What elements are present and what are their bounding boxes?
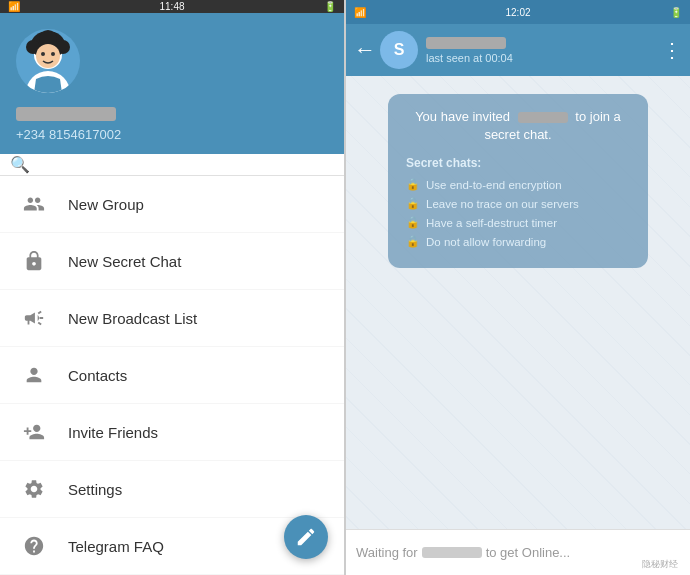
left-carrier: 📶 xyxy=(8,1,20,12)
watermark: 隐秘财经 xyxy=(642,558,678,571)
secret-feature-2: 🔒 Leave no trace on our servers xyxy=(406,197,630,210)
left-time: 11:48 xyxy=(159,1,184,12)
feature-lock-icon-1: 🔒 xyxy=(406,178,420,191)
more-button[interactable]: ⋮ xyxy=(662,38,682,62)
status-bar-left: 📶 11:48 🔋 xyxy=(0,0,344,13)
svg-point-8 xyxy=(51,52,55,56)
search-icon: 🔍 xyxy=(10,155,30,174)
menu-item-contacts[interactable]: Contacts xyxy=(0,347,344,404)
settings-label: Settings xyxy=(68,481,122,498)
contacts-label: Contacts xyxy=(68,367,127,384)
faq-label: Telegram FAQ xyxy=(68,538,164,555)
chat-header-name-blur xyxy=(426,37,506,49)
profile-phone: +234 8154617002 xyxy=(16,127,328,142)
chat-header: ← S last seen at 00:04 ⋮ xyxy=(346,24,690,76)
contact-name-blur xyxy=(422,547,482,558)
back-button[interactable]: ← xyxy=(354,37,376,63)
broadcast-icon xyxy=(20,304,48,332)
chat-header-avatar: S xyxy=(380,31,418,69)
right-battery: 🔋 xyxy=(670,7,682,18)
new-broadcast-label: New Broadcast List xyxy=(68,310,197,327)
menu-list: New Group New Secret Chat New Broadcast … xyxy=(0,176,344,575)
menu-item-new-group[interactable]: New Group xyxy=(0,176,344,233)
menu-item-new-broadcast[interactable]: New Broadcast List xyxy=(0,290,344,347)
status-bar-right: 📶 12:02 🔋 xyxy=(346,0,690,24)
profile-avatar-area xyxy=(16,29,328,93)
secret-invited-text: You have invited to join a secret chat. xyxy=(406,108,630,144)
secret-chat-info-bubble: You have invited to join a secret chat. … xyxy=(388,94,648,268)
left-panel: 📶 11:48 🔋 xyxy=(0,0,344,575)
invite-friends-label: Invite Friends xyxy=(68,424,158,441)
messages-area[interactable]: You have invited to join a secret chat. … xyxy=(346,76,690,529)
right-panel: 📶 12:02 🔋 ← S last seen at 00:04 ⋮ You h… xyxy=(346,0,690,575)
input-waiting-text: Waiting for to get Online... xyxy=(356,545,680,560)
settings-icon xyxy=(20,475,48,503)
secret-feature-4: 🔒 Do not allow forwarding xyxy=(406,235,630,248)
invited-name-blur xyxy=(518,112,568,123)
chat-header-info: last seen at 00:04 xyxy=(426,37,662,64)
new-group-label: New Group xyxy=(68,196,144,213)
waiting-prefix: Waiting for xyxy=(356,545,418,560)
fab-compose[interactable] xyxy=(284,515,328,559)
menu-item-new-secret-chat[interactable]: New Secret Chat xyxy=(0,233,344,290)
profile-name-blur xyxy=(16,107,116,121)
new-secret-chat-label: New Secret Chat xyxy=(68,253,181,270)
secret-subheading: Secret chats: xyxy=(406,156,630,170)
search-bar[interactable]: 🔍 xyxy=(0,154,344,176)
invite-icon xyxy=(20,418,48,446)
svg-point-6 xyxy=(36,44,60,68)
help-icon xyxy=(20,532,48,560)
secret-feature-1: 🔒 Use end-to-end encryption xyxy=(406,178,630,191)
feature-lock-icon-3: 🔒 xyxy=(406,216,420,229)
menu-item-settings[interactable]: Settings xyxy=(0,461,344,518)
group-icon xyxy=(20,190,48,218)
chat-header-status: last seen at 00:04 xyxy=(426,52,662,64)
feature-lock-icon-2: 🔒 xyxy=(406,197,420,210)
menu-item-invite-friends[interactable]: Invite Friends xyxy=(0,404,344,461)
svg-point-7 xyxy=(41,52,45,56)
lock-icon xyxy=(20,247,48,275)
left-battery: 🔋 xyxy=(324,1,336,12)
chat-input-area: Waiting for to get Online... 隐秘财经 xyxy=(346,529,690,575)
right-time: 12:02 xyxy=(505,7,530,18)
contacts-icon xyxy=(20,361,48,389)
profile-avatar xyxy=(16,29,80,93)
right-carrier: 📶 xyxy=(354,7,366,18)
waiting-suffix: to get Online... xyxy=(486,545,571,560)
left-header: +234 8154617002 xyxy=(0,13,344,154)
secret-feature-3: 🔒 Have a self-destruct timer xyxy=(406,216,630,229)
feature-lock-icon-4: 🔒 xyxy=(406,235,420,248)
